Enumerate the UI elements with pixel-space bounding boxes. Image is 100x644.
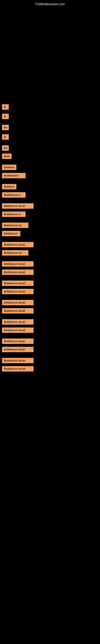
bottleneck-item-2: B (2, 114, 98, 119)
bottleneck-label: Bottleneck result (2, 203, 34, 209)
bottleneck-item-14: Bottleneck (2, 231, 98, 236)
bottleneck-item-3: Bo (2, 125, 98, 130)
site-title: TheBottlenecker.com (0, 0, 100, 8)
bottleneck-item-25: Bottleneck result (2, 338, 98, 344)
bottleneck-label: Bottleneck result (2, 300, 34, 305)
bottleneck-item-22: Bottleneck result (2, 308, 98, 314)
bottleneck-label: Bottleneck result (2, 270, 34, 275)
bottleneck-label: Bottleneck re (2, 192, 26, 198)
bottleneck-item-18: Bottleneck result (2, 270, 98, 275)
bottleneck-label: B (2, 114, 9, 119)
bottleneck-label: Bottleneck (2, 231, 20, 236)
bottleneck-label: Bottleneck r (2, 173, 26, 178)
bottleneck-label: Bottleneck result (2, 289, 34, 294)
bottleneck-item-9: Bottlene (2, 184, 98, 190)
bottleneck-label: Bottleneck result (2, 347, 34, 352)
bottleneck-item-24: Bottleneck result (2, 328, 98, 333)
bottleneck-label: Bottlene (2, 164, 16, 170)
bottleneck-item-10: Bottleneck re (2, 192, 98, 198)
bottleneck-label: Bottleneck result (2, 328, 34, 333)
bottleneck-label: Bottleneck result (2, 280, 34, 286)
bottleneck-label: Bottleneck res (2, 250, 28, 256)
bottleneck-label: Bottleneck result (2, 338, 34, 344)
bottleneck-item-17: Bottleneck result (2, 261, 98, 267)
bottleneck-label: Bottleneck res (2, 222, 28, 228)
bottleneck-list: B B Bo B Bo Bottl (0, 104, 100, 372)
bottleneck-item-13: Bottleneck res (2, 222, 98, 228)
bottleneck-item-20: Bottleneck result (2, 289, 98, 294)
bottleneck-label: Bottleneck result (2, 358, 34, 363)
bottleneck-label: Bottleneck result (2, 319, 34, 324)
bottleneck-item-28: Bottleneck result (2, 366, 98, 372)
chart-area (0, 8, 100, 104)
bottleneck-item-4: B (2, 134, 98, 140)
bottleneck-label: Bottleneck result (2, 366, 34, 372)
bottleneck-item-7: Bottlene (2, 164, 98, 170)
bottleneck-label: Bo (2, 145, 9, 151)
bottleneck-label: Bottleneck result (2, 242, 34, 247)
bottleneck-label: B (2, 104, 9, 110)
page-wrapper: TheBottlenecker.com B B Bo B (0, 0, 100, 372)
bottleneck-item-16: Bottleneck res (2, 250, 98, 256)
bottleneck-label: Bottleneck result (2, 308, 34, 314)
bottleneck-label: Bottleneck result (2, 261, 34, 267)
bottleneck-item-11: Bottleneck result (2, 203, 98, 209)
bottleneck-item-12: Bottleneck re (2, 212, 98, 217)
bottleneck-item-6: Bottl (2, 154, 98, 159)
bottleneck-item-1: B (2, 104, 98, 110)
bottleneck-item-23: Bottleneck result (2, 319, 98, 324)
bottleneck-label: B (2, 134, 9, 140)
bottleneck-label: Bo (2, 125, 9, 130)
bottleneck-item-26: Bottleneck result (2, 347, 98, 352)
bottleneck-label: Bottleneck re (2, 212, 26, 217)
bottleneck-item-21: Bottleneck result (2, 300, 98, 305)
bottleneck-item-19: Bottleneck result (2, 280, 98, 286)
bottleneck-label: Bottlene (2, 184, 16, 190)
bottleneck-item-27: Bottleneck result (2, 358, 98, 363)
bottleneck-item-8: Bottleneck r (2, 173, 98, 178)
bottleneck-item-5: Bo (2, 145, 98, 151)
bottleneck-item-15: Bottleneck result (2, 242, 98, 247)
bottleneck-label: Bottl (2, 154, 12, 159)
